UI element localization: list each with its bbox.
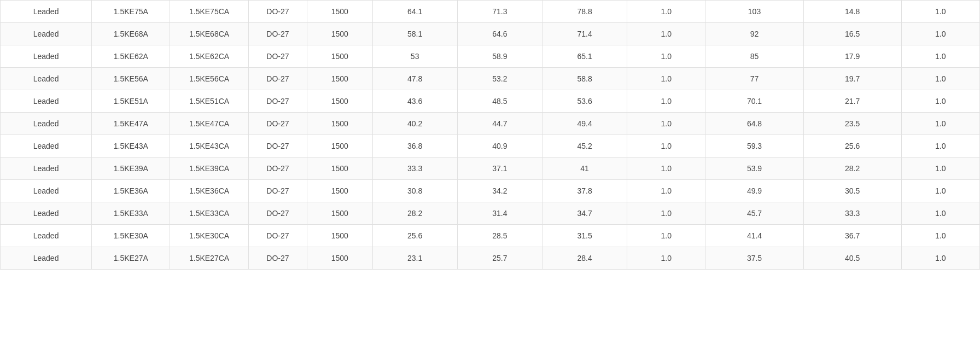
cell-part_ca: 1.5KE51CA	[170, 90, 248, 113]
cell-power: 1500	[307, 45, 372, 68]
cell-part_a: 1.5KE68A	[92, 23, 170, 45]
cell-v5: 49.9	[705, 180, 803, 202]
cell-v5: 70.1	[705, 90, 803, 113]
cell-v3: 78.8	[542, 1, 627, 23]
cell-package: DO-27	[248, 113, 307, 135]
table-row: Leaded1.5KE27A1.5KE27CADO-27150023.125.7…	[1, 247, 980, 270]
cell-v3: 49.4	[542, 113, 627, 135]
cell-v2: 58.9	[457, 45, 542, 68]
cell-v5: 37.5	[705, 247, 803, 270]
cell-v5: 41.4	[705, 225, 803, 247]
cell-type: Leaded	[1, 45, 92, 68]
cell-package: DO-27	[248, 23, 307, 45]
cell-part_a: 1.5KE56A	[92, 68, 170, 90]
cell-v4: 1.0	[627, 90, 705, 113]
cell-v3: 65.1	[542, 45, 627, 68]
cell-v4: 1.0	[627, 23, 705, 45]
cell-v7: 1.0	[901, 90, 979, 113]
cell-v5: 77	[705, 68, 803, 90]
cell-v4: 1.0	[627, 113, 705, 135]
cell-v3: 58.8	[542, 68, 627, 90]
cell-part_a: 1.5KE47A	[92, 113, 170, 135]
cell-part_ca: 1.5KE56CA	[170, 68, 248, 90]
cell-power: 1500	[307, 135, 372, 157]
cell-v6: 30.5	[803, 180, 901, 202]
cell-v2: 31.4	[457, 202, 542, 225]
cell-power: 1500	[307, 247, 372, 270]
cell-v4: 1.0	[627, 157, 705, 180]
cell-power: 1500	[307, 1, 372, 23]
cell-power: 1500	[307, 225, 372, 247]
cell-v2: 53.2	[457, 68, 542, 90]
cell-v1: 64.1	[372, 1, 457, 23]
cell-part_a: 1.5KE39A	[92, 157, 170, 180]
cell-v2: 25.7	[457, 247, 542, 270]
cell-part_ca: 1.5KE68CA	[170, 23, 248, 45]
cell-v3: 71.4	[542, 23, 627, 45]
cell-v7: 1.0	[901, 23, 979, 45]
cell-part_a: 1.5KE30A	[92, 225, 170, 247]
cell-v7: 1.0	[901, 113, 979, 135]
cell-type: Leaded	[1, 135, 92, 157]
cell-power: 1500	[307, 23, 372, 45]
cell-v7: 1.0	[901, 202, 979, 225]
cell-package: DO-27	[248, 1, 307, 23]
cell-v7: 1.0	[901, 135, 979, 157]
cell-v5: 45.7	[705, 202, 803, 225]
cell-v1: 33.3	[372, 157, 457, 180]
cell-v6: 28.2	[803, 157, 901, 180]
cell-part_ca: 1.5KE33CA	[170, 202, 248, 225]
table-container: Leaded1.5KE75A1.5KE75CADO-27150064.171.3…	[0, 0, 980, 270]
cell-v6: 16.5	[803, 23, 901, 45]
cell-v6: 14.8	[803, 1, 901, 23]
cell-type: Leaded	[1, 1, 92, 23]
table-row: Leaded1.5KE68A1.5KE68CADO-27150058.164.6…	[1, 23, 980, 45]
cell-part_a: 1.5KE33A	[92, 202, 170, 225]
cell-type: Leaded	[1, 157, 92, 180]
cell-v5: 53.9	[705, 157, 803, 180]
table-row: Leaded1.5KE51A1.5KE51CADO-27150043.648.5…	[1, 90, 980, 113]
cell-v5: 59.3	[705, 135, 803, 157]
cell-v2: 28.5	[457, 225, 542, 247]
table-row: Leaded1.5KE43A1.5KE43CADO-27150036.840.9…	[1, 135, 980, 157]
cell-v7: 1.0	[901, 1, 979, 23]
cell-v6: 21.7	[803, 90, 901, 113]
cell-v1: 28.2	[372, 202, 457, 225]
cell-v4: 1.0	[627, 180, 705, 202]
table-row: Leaded1.5KE33A1.5KE33CADO-27150028.231.4…	[1, 202, 980, 225]
cell-type: Leaded	[1, 225, 92, 247]
cell-v4: 1.0	[627, 135, 705, 157]
cell-package: DO-27	[248, 68, 307, 90]
cell-v6: 33.3	[803, 202, 901, 225]
cell-v4: 1.0	[627, 68, 705, 90]
cell-power: 1500	[307, 90, 372, 113]
cell-part_ca: 1.5KE39CA	[170, 157, 248, 180]
cell-v3: 41	[542, 157, 627, 180]
cell-package: DO-27	[248, 135, 307, 157]
cell-v3: 34.7	[542, 202, 627, 225]
cell-v7: 1.0	[901, 225, 979, 247]
cell-power: 1500	[307, 180, 372, 202]
cell-v5: 103	[705, 1, 803, 23]
cell-package: DO-27	[248, 157, 307, 180]
cell-v7: 1.0	[901, 68, 979, 90]
cell-v2: 44.7	[457, 113, 542, 135]
cell-power: 1500	[307, 113, 372, 135]
cell-v7: 1.0	[901, 157, 979, 180]
cell-type: Leaded	[1, 68, 92, 90]
cell-power: 1500	[307, 68, 372, 90]
cell-part_a: 1.5KE36A	[92, 180, 170, 202]
table-row: Leaded1.5KE36A1.5KE36CADO-27150030.834.2…	[1, 180, 980, 202]
cell-v2: 40.9	[457, 135, 542, 157]
cell-part_ca: 1.5KE62CA	[170, 45, 248, 68]
cell-v4: 1.0	[627, 45, 705, 68]
cell-part_a: 1.5KE27A	[92, 247, 170, 270]
cell-v4: 1.0	[627, 225, 705, 247]
cell-v1: 53	[372, 45, 457, 68]
cell-v3: 37.8	[542, 180, 627, 202]
table-row: Leaded1.5KE30A1.5KE30CADO-27150025.628.5…	[1, 225, 980, 247]
cell-part_ca: 1.5KE27CA	[170, 247, 248, 270]
cell-v1: 30.8	[372, 180, 457, 202]
cell-v2: 37.1	[457, 157, 542, 180]
cell-v2: 34.2	[457, 180, 542, 202]
